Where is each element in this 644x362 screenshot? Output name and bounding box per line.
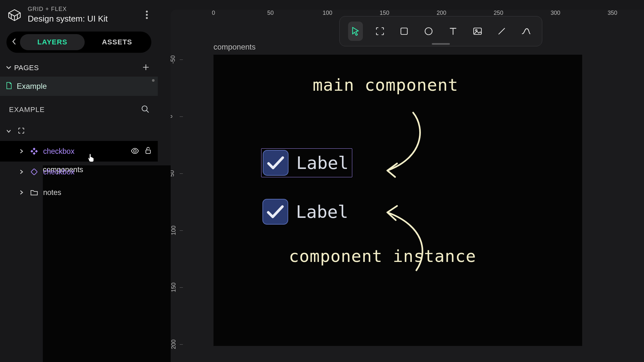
layer-row-frame-components[interactable]: components (0, 120, 158, 141)
frame-components[interactable]: main component component instance Label … (213, 55, 582, 346)
svg-point-12 (425, 28, 432, 35)
tool-rectangle[interactable] (397, 22, 412, 41)
layers-header-label: EXAMPLE (9, 106, 45, 114)
visibility-toggle-icon[interactable] (131, 147, 139, 156)
project-eyebrow: GRID + FLEX (28, 6, 108, 13)
svg-rect-11 (401, 28, 407, 34)
frame-icon (17, 127, 26, 134)
lock-toggle-icon[interactable] (145, 146, 151, 156)
folder-icon (30, 189, 39, 196)
annotation-main-component[interactable]: main component (313, 75, 458, 95)
chevron-down-icon (5, 126, 12, 135)
page-icon (6, 82, 12, 91)
svg-rect-7 (33, 152, 35, 155)
svg-rect-5 (31, 150, 33, 153)
tool-pencil[interactable] (495, 22, 509, 41)
canvas-checkbox-instance[interactable]: Label (262, 199, 348, 225)
tool-frame[interactable] (373, 22, 387, 41)
arrow-to-instance-icon (374, 203, 432, 274)
frame-label[interactable]: components (213, 42, 256, 51)
chevron-right-icon (18, 147, 25, 156)
checkbox-box-icon (263, 150, 289, 176)
pages-label: PAGES (14, 64, 39, 72)
chevron-right-icon (18, 188, 25, 197)
layer-name: checkbox (43, 147, 74, 156)
layer-tree: components checkbox (0, 120, 158, 203)
back-button[interactable] (8, 38, 20, 46)
layer-name: notes (43, 188, 61, 197)
canvas-toolbar[interactable] (339, 16, 542, 46)
arrow-to-main-icon (374, 109, 432, 180)
svg-point-2 (146, 17, 148, 19)
svg-rect-10 (31, 169, 37, 175)
layer-row-checkbox-main[interactable]: checkbox (0, 141, 158, 162)
tab-assets[interactable]: ASSETS (85, 34, 149, 50)
component-instance-icon (30, 169, 39, 175)
layer-row-checkbox-instance[interactable]: checkbox (0, 162, 158, 182)
project-menu-button[interactable] (146, 10, 148, 19)
tool-ellipse[interactable] (421, 22, 436, 41)
layers-header: EXAMPLE (0, 96, 158, 120)
ruler-vertical: -50 0 50 100 150 200 (171, 10, 184, 362)
panel-tabs: LAYERS ASSETS (6, 32, 151, 53)
chevron-right-icon (18, 168, 25, 176)
svg-rect-4 (33, 148, 35, 150)
search-layers-button[interactable] (141, 105, 149, 115)
svg-point-0 (146, 11, 148, 13)
canvas-viewport[interactable]: 0 50 100 150 200 250 300 350 -50 0 50 10… (171, 10, 644, 362)
layer-row-notes[interactable]: notes (0, 182, 158, 203)
checkbox-label: Label (296, 202, 348, 222)
svg-point-8 (134, 150, 136, 152)
svg-rect-6 (35, 150, 38, 153)
left-sidebar: GRID + FLEX Design system: UI Kit LAYERS… (0, 0, 158, 362)
project-title: Design system: UI Kit (28, 14, 108, 24)
page-item-example[interactable]: Example (0, 77, 158, 96)
checkbox-box-icon (262, 199, 288, 225)
add-page-button[interactable] (142, 64, 149, 72)
tool-text[interactable] (446, 22, 460, 41)
tab-layers[interactable]: LAYERS (20, 34, 85, 50)
project-header: GRID + FLEX Design system: UI Kit (0, 0, 158, 27)
tool-curve[interactable] (519, 22, 534, 41)
pages-section-header[interactable]: PAGES (0, 55, 158, 77)
svg-point-1 (146, 14, 148, 16)
layer-name: checkbox (43, 168, 74, 176)
toolbar-drag-handle[interactable] (432, 43, 450, 45)
chevron-down-icon (6, 65, 12, 71)
canvas-checkbox-main[interactable]: Label (261, 148, 352, 177)
checkbox-label: Label (296, 153, 349, 173)
tool-select[interactable] (348, 22, 363, 41)
tool-image[interactable] (470, 22, 485, 41)
svg-rect-9 (146, 150, 150, 153)
page-name: Example (17, 82, 47, 91)
component-main-icon (30, 148, 39, 155)
app-logo-icon (6, 7, 23, 23)
